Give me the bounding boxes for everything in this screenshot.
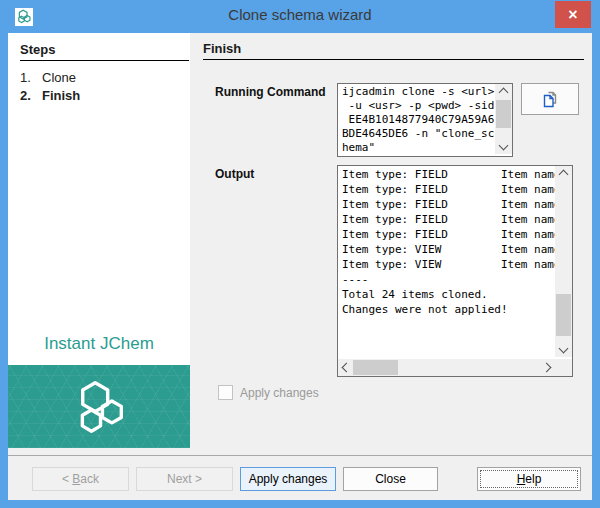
next-button[interactable]: Next > bbox=[136, 467, 233, 491]
running-command-textarea[interactable]: ijcadmin clone -s <url> -u <usr> -p <pwd… bbox=[337, 83, 513, 157]
scrollbar-thumb[interactable] bbox=[353, 360, 398, 375]
output-textarea[interactable]: Item type: FIELD Item name Item type: FI… bbox=[337, 165, 573, 377]
apply-changes-checkbox-row: Apply changes bbox=[218, 385, 319, 400]
scroll-down-icon[interactable] bbox=[555, 343, 572, 357]
scrollbar-corner bbox=[555, 359, 572, 376]
scrollbar-thumb[interactable] bbox=[496, 100, 511, 128]
scroll-down-icon[interactable] bbox=[495, 140, 512, 154]
output-label: Output bbox=[215, 167, 254, 181]
scroll-up-icon[interactable] bbox=[495, 84, 512, 98]
page-title-underline bbox=[203, 59, 584, 60]
output-horizontal-scrollbar[interactable] bbox=[338, 359, 555, 376]
output-vertical-scrollbar[interactable] bbox=[555, 166, 572, 357]
brand-text: Instant JChem bbox=[8, 334, 190, 354]
running-command-label: Running Command bbox=[215, 85, 326, 99]
titlebar[interactable]: Clone schema wizard × bbox=[0, 0, 600, 33]
running-command-text: ijcadmin clone -s <url> -u <usr> -p <pwd… bbox=[342, 85, 494, 155]
button-bar: < Back Next > Apply changes Close Help bbox=[8, 456, 592, 500]
scroll-right-icon[interactable] bbox=[541, 359, 555, 376]
close-dialog-button[interactable]: Close bbox=[343, 467, 438, 491]
clone-schema-wizard-window: Clone schema wizard × Steps 1.Clone 2.Fi… bbox=[0, 0, 600, 508]
apply-changes-button[interactable]: Apply changes bbox=[240, 467, 336, 491]
scroll-left-icon[interactable] bbox=[338, 359, 352, 376]
step-item-finish: 2.Finish bbox=[20, 88, 80, 103]
help-button[interactable]: Help bbox=[477, 467, 581, 491]
page-title: Finish bbox=[203, 41, 241, 56]
close-button[interactable]: × bbox=[555, 1, 591, 28]
back-button[interactable]: < Back bbox=[32, 467, 129, 491]
step-item-clone: 1.Clone bbox=[20, 70, 76, 85]
output-text: Item type: FIELD Item name Item type: FI… bbox=[342, 167, 561, 317]
steps-sidebar: Steps 1.Clone 2.Finish Instant JChem bbox=[8, 33, 190, 448]
copy-icon bbox=[540, 89, 560, 109]
window-title: Clone schema wizard bbox=[0, 6, 600, 23]
scrollbar-thumb[interactable] bbox=[556, 294, 571, 336]
scroll-up-icon[interactable] bbox=[555, 166, 572, 180]
steps-underline bbox=[20, 60, 189, 61]
apply-changes-checkbox-label: Apply changes bbox=[240, 386, 319, 400]
copy-command-button[interactable] bbox=[521, 83, 579, 115]
dialog-body: Steps 1.Clone 2.Finish Instant JChem bbox=[8, 33, 592, 456]
apply-changes-checkbox[interactable] bbox=[218, 385, 233, 400]
jchem-hexagon-logo-icon bbox=[68, 379, 130, 435]
steps-header: Steps bbox=[20, 42, 55, 57]
brand-logo-panel bbox=[8, 365, 190, 448]
command-vertical-scrollbar[interactable] bbox=[495, 84, 512, 154]
